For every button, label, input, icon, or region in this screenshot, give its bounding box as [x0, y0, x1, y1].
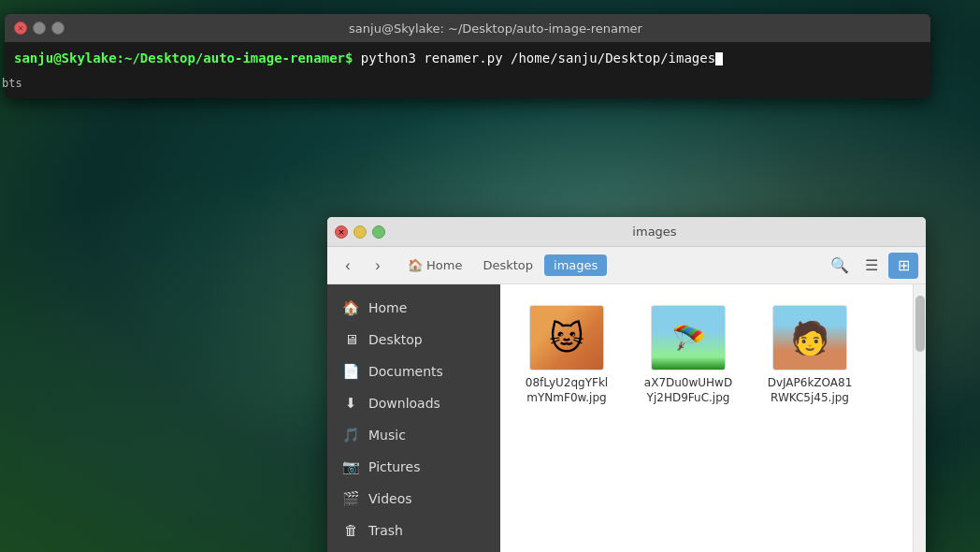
breadcrumb: 🏠 Home Desktop images	[395, 254, 821, 276]
person-image-thumb	[773, 306, 846, 370]
sidebar-music-label: Music	[368, 428, 406, 443]
fm-files-area: 08fLyU2qgYFklmYNmF0w.jpg aX7Du0wUHwDYj2H…	[500, 284, 913, 552]
fm-maximize-button[interactable]	[372, 225, 385, 239]
fm-toolbar-actions: 🔍 ☰ ⊞	[825, 253, 918, 279]
terminal-window: × sanju@Skylake: ~/Desktop/auto-image-re…	[5, 14, 930, 98]
terminal-command: python3 renamer.py /home/sanju/Desktop/i…	[353, 51, 715, 65]
file-thumbnail-parachute	[651, 305, 726, 370]
terminal-titlebar: × sanju@Skylake: ~/Desktop/auto-image-re…	[5, 14, 930, 42]
pictures-sidebar-icon: 📷	[342, 458, 359, 475]
fm-close-button[interactable]: ×	[335, 225, 348, 239]
sidebar-pictures-label: Pictures	[368, 459, 420, 474]
fm-content: 🏠 Home 🖥 Desktop 📄 Documents ⬇ Downloads…	[327, 284, 926, 552]
fm-toolbar: ‹ › 🏠 Home Desktop images 🔍 ☰ ⊞	[327, 247, 926, 284]
breadcrumb-home[interactable]: 🏠 Home	[398, 254, 471, 276]
fm-forward-button[interactable]: ›	[365, 253, 391, 279]
trash-sidebar-icon: 🗑	[342, 522, 359, 539]
videos-sidebar-icon: 🎬	[342, 490, 359, 507]
fm-titlebar: × images	[327, 217, 926, 247]
sidebar-item-desktop[interactable]: 🖥 Desktop	[327, 324, 500, 356]
fm-title: images	[391, 225, 918, 239]
file-name-person: DvJAP6kZOA81RWKC5j45.jpg	[764, 376, 856, 405]
sidebar-documents-label: Documents	[368, 364, 443, 379]
terminal-side-text: bts	[0, 75, 24, 92]
fm-scrollbar[interactable]	[913, 284, 926, 552]
terminal-maximize-button[interactable]	[51, 22, 65, 35]
breadcrumb-images[interactable]: images	[544, 254, 607, 276]
fm-list-view-button[interactable]: ☰	[857, 253, 886, 279]
sidebar-item-downloads[interactable]: ⬇ Downloads	[327, 387, 500, 419]
sidebar-item-music[interactable]: 🎵 Music	[327, 419, 500, 451]
file-item-person[interactable]: DvJAP6kZOA81RWKC5j45.jpg	[758, 299, 861, 411]
sidebar-home-label: Home	[368, 300, 407, 315]
terminal-body[interactable]: sanju@Skylake:~/Desktop/auto-image-renam…	[5, 42, 930, 98]
file-name-cat: 08fLyU2qgYFklmYNmF0w.jpg	[521, 376, 612, 405]
terminal-close-button[interactable]: ×	[14, 22, 27, 35]
breadcrumb-desktop[interactable]: Desktop	[473, 254, 542, 276]
downloads-sidebar-icon: ⬇	[342, 395, 359, 412]
file-thumbnail-person	[772, 305, 847, 370]
music-sidebar-icon: 🎵	[342, 427, 359, 443]
sidebar-item-pictures[interactable]: 📷 Pictures	[327, 451, 500, 483]
sidebar-videos-label: Videos	[368, 491, 412, 506]
file-item-cat[interactable]: 08fLyU2qgYFklmYNmF0w.jpg	[515, 299, 618, 411]
desktop-sidebar-icon: 🖥	[342, 331, 359, 348]
file-name-parachute: aX7Du0wUHwDYj2HD9FuC.jpg	[642, 376, 734, 405]
sidebar-downloads-label: Downloads	[368, 396, 440, 411]
fm-minimize-button[interactable]	[353, 225, 367, 239]
sidebar-item-network[interactable]: 🖧 Network	[327, 546, 500, 552]
sidebar-item-trash[interactable]: 🗑 Trash	[327, 515, 500, 546]
fm-back-button[interactable]: ‹	[335, 253, 361, 279]
terminal-prompt-line: sanju@Skylake:~/Desktop/auto-image-renam…	[14, 50, 921, 68]
home-icon: 🏠	[408, 258, 423, 272]
parachute-image-thumb	[652, 306, 725, 370]
file-thumbnail-cat	[529, 305, 604, 370]
terminal-prompt: sanju@Skylake:~/Desktop/auto-image-renam…	[14, 51, 353, 65]
terminal-cursor	[715, 52, 723, 65]
filemanager-window: × images ‹ › 🏠 Home Desktop images 🔍 ☰ ⊞	[327, 217, 926, 552]
fm-sidebar: 🏠 Home 🖥 Desktop 📄 Documents ⬇ Downloads…	[327, 284, 500, 552]
sidebar-desktop-label: Desktop	[368, 332, 423, 347]
home-sidebar-icon: 🏠	[342, 299, 359, 316]
sidebar-item-home[interactable]: 🏠 Home	[327, 292, 500, 324]
terminal-title: sanju@Skylake: ~/Desktop/auto-image-rena…	[70, 22, 921, 36]
fm-grid-view-button[interactable]: ⊞	[888, 253, 918, 279]
sidebar-item-videos[interactable]: 🎬 Videos	[327, 483, 500, 515]
file-item-parachute[interactable]: aX7Du0wUHwDYj2HD9FuC.jpg	[637, 299, 740, 411]
terminal-minimize-button[interactable]	[33, 22, 46, 35]
sidebar-item-documents[interactable]: 📄 Documents	[327, 356, 500, 387]
fm-search-button[interactable]: 🔍	[825, 253, 855, 279]
cat-image-thumb	[530, 306, 603, 370]
documents-sidebar-icon: 📄	[342, 363, 359, 380]
sidebar-trash-label: Trash	[368, 523, 403, 538]
fm-scrollbar-thumb[interactable]	[915, 296, 925, 352]
